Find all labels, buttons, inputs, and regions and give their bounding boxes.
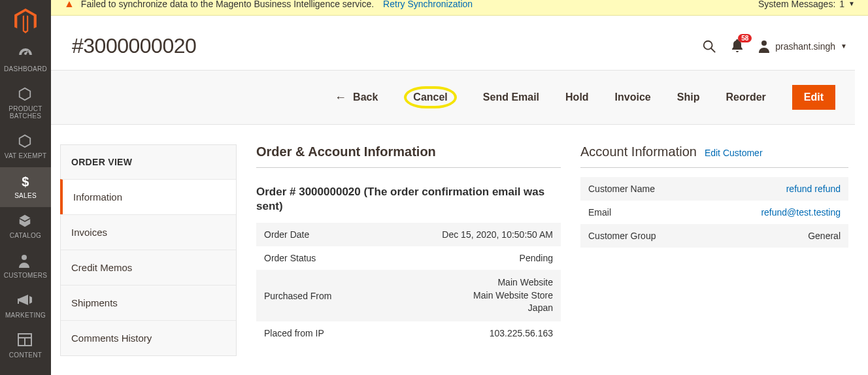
hexagon-icon <box>18 87 33 103</box>
svg-point-0 <box>22 255 27 260</box>
table-row: Customer Name refund refund <box>580 177 848 201</box>
order-date-value: Dec 15, 2020, 10:50:50 AM <box>393 223 561 246</box>
customer-group-value: General <box>705 224 848 248</box>
tab-invoices[interactable]: Invoices <box>61 214 236 250</box>
admin-sidebar: DASHBOARD PRODUCT BATCHES VAT EXEMPT $ S… <box>0 0 51 375</box>
tab-information[interactable]: Information <box>60 179 236 214</box>
order-status-label: Order Status <box>256 246 393 270</box>
gauge-icon <box>18 47 33 63</box>
sidebar-item-label: SALES <box>0 192 51 199</box>
cube-icon <box>18 214 33 229</box>
user-menu[interactable]: prashant.singh ▼ <box>758 40 847 53</box>
sidebar-item-label: CUSTOMERS <box>0 272 51 279</box>
send-email-button[interactable]: Send Email <box>483 91 539 103</box>
table-row: Order Date Dec 15, 2020, 10:50:50 AM <box>256 223 561 246</box>
person-icon <box>18 253 33 269</box>
order-view-tabs: ORDER VIEW Information Invoices Credit M… <box>60 144 237 356</box>
sidebar-item-label: CATALOG <box>0 232 51 239</box>
purchased-from-value: Main Website Main Website Store Japan <box>393 270 561 321</box>
customer-group-label: Customer Group <box>580 224 705 248</box>
highlight-annotation: Cancel <box>404 86 456 108</box>
svg-line-5 <box>711 48 715 52</box>
reorder-button[interactable]: Reorder <box>726 91 765 103</box>
sidebar-item-vat-exempt[interactable]: VAT EXEMPT <box>0 127 51 167</box>
tab-credit-memos[interactable]: Credit Memos <box>61 250 236 285</box>
purchased-from-label: Purchased From <box>256 270 393 321</box>
user-icon <box>758 40 770 53</box>
section-heading: Order & Account Information <box>256 144 561 168</box>
sidebar-item-label: MARKETING <box>0 312 51 319</box>
page-title: #3000000020 <box>72 34 702 58</box>
system-message-text: Failed to synchronize data to the Magent… <box>81 0 374 9</box>
customer-email-value[interactable]: refund@test.testing <box>761 207 841 218</box>
account-info-heading: Account Information <box>580 144 697 159</box>
order-status-value: Pending <box>393 246 561 270</box>
order-info-section: Order & Account Information Order # 3000… <box>256 144 561 356</box>
system-messages-count: 1 <box>839 0 844 9</box>
hold-button[interactable]: Hold <box>565 91 589 103</box>
dollar-icon: $ <box>18 174 33 189</box>
cancel-button[interactable]: Cancel <box>413 91 447 103</box>
tab-comments-history[interactable]: Comments History <box>61 320 236 355</box>
sidebar-item-catalog[interactable]: CATALOG <box>0 207 51 247</box>
arrow-left-icon: ← <box>335 91 346 105</box>
edit-button[interactable]: Edit <box>792 85 835 110</box>
ship-button[interactable]: Ship <box>677 91 700 103</box>
back-button[interactable]: ← Back <box>335 91 378 105</box>
table-row: Order Status Pending <box>256 246 561 270</box>
notifications-button[interactable]: 58 <box>731 39 744 54</box>
customer-name-value[interactable]: refund refund <box>786 184 841 194</box>
notification-badge: 58 <box>738 34 752 42</box>
magento-logo-icon <box>14 8 37 33</box>
tab-shipments[interactable]: Shipments <box>61 285 236 320</box>
customer-email-label: Email <box>580 201 705 224</box>
user-name: prashant.singh <box>775 41 835 52</box>
warning-icon: ▲ <box>64 0 75 10</box>
order-action-bar: ← Back Cancel Send Email Hold Invoice Sh… <box>51 70 855 125</box>
chevron-down-icon: ▼ <box>848 0 855 7</box>
system-messages-toggle[interactable]: System Messages: 1 ▼ <box>758 0 855 9</box>
account-info-section: Account Information Edit Customer Custom… <box>580 144 848 356</box>
retry-sync-link[interactable]: Retry Synchronization <box>383 0 473 9</box>
invoice-button[interactable]: Invoice <box>615 91 651 103</box>
order-date-label: Order Date <box>256 223 393 246</box>
account-details-table: Customer Name refund refund Email refund… <box>580 177 848 248</box>
sidebar-item-content[interactable]: CONTENT <box>0 327 51 367</box>
megaphone-icon <box>18 293 33 309</box>
customer-name-label: Customer Name <box>580 177 705 201</box>
table-row: Email refund@test.testing <box>580 201 848 224</box>
order-title: Order # 3000000020 (The order confirmati… <box>256 185 561 214</box>
sidebar-item-label: CONTENT <box>0 351 51 359</box>
system-messages-bar: ▲ Failed to synchronize data to the Mage… <box>51 0 868 16</box>
table-row: Placed from IP 103.225.56.163 <box>256 321 561 345</box>
back-label: Back <box>353 91 378 103</box>
sidebar-item-marketing[interactable]: MARKETING <box>0 287 51 327</box>
sidebar-item-customers[interactable]: CUSTOMERS <box>0 247 51 287</box>
svg-point-4 <box>704 41 712 49</box>
sidebar-item-label: PRODUCT BATCHES <box>0 105 51 120</box>
placed-ip-label: Placed from IP <box>256 321 393 345</box>
sidebar-item-label: DASHBOARD <box>0 65 51 73</box>
order-view-title: ORDER VIEW <box>61 145 236 179</box>
search-icon <box>702 39 716 54</box>
system-messages-label: System Messages: <box>758 0 835 9</box>
hexagon-icon <box>18 134 33 150</box>
svg-point-6 <box>761 41 767 46</box>
table-row: Purchased From Main Website Main Website… <box>256 270 561 321</box>
order-details-table: Order Date Dec 15, 2020, 10:50:50 AM Ord… <box>256 223 561 345</box>
placed-ip-value: 103.225.56.163 <box>393 321 561 345</box>
layout-icon <box>18 333 33 349</box>
sidebar-item-label: VAT EXEMPT <box>0 152 51 159</box>
sidebar-item-sales[interactable]: $ SALES <box>0 167 51 207</box>
page-header: #3000000020 58 prashant.singh ▼ <box>51 16 868 70</box>
edit-customer-link[interactable]: Edit Customer <box>705 148 763 158</box>
chevron-down-icon: ▼ <box>841 42 847 50</box>
table-row: Customer Group General <box>580 224 848 248</box>
magento-logo[interactable] <box>12 8 39 34</box>
sidebar-item-dashboard[interactable]: DASHBOARD <box>0 41 51 80</box>
sidebar-item-product-batches[interactable]: PRODUCT BATCHES <box>0 80 51 127</box>
search-button[interactable] <box>702 39 716 54</box>
